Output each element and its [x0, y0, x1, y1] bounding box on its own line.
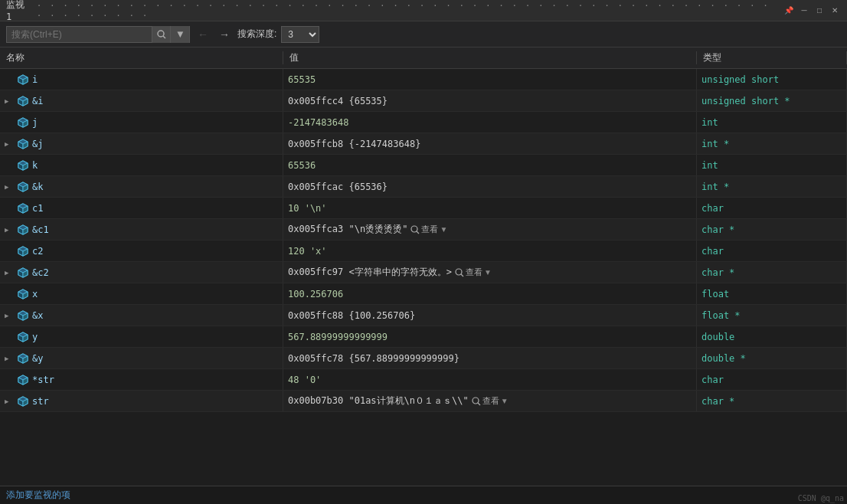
table-row: ▶ &x0x005ffc88 {100.256706}float *	[0, 305, 847, 326]
back-button[interactable]: ←	[195, 27, 211, 42]
cell-value: 0x005ffcc4 {65535}	[283, 90, 697, 111]
variable-name: x	[32, 289, 38, 299]
table-row: k65536int	[0, 155, 847, 176]
cell-value: 0x00b07b30 "01as计算机\n０１ａｓ\\"查看 ▼	[283, 391, 697, 411]
col-name: 名称	[0, 51, 283, 64]
variable-value: 0x005ffcc4 {65535}	[288, 96, 388, 106]
cell-value: 120 'x'	[283, 241, 697, 261]
forward-button[interactable]: →	[216, 27, 233, 42]
variable-icon	[17, 95, 29, 107]
variable-value: 0x005ffc97 <字符串中的字符无效。>	[288, 266, 452, 279]
cell-type: char	[697, 241, 847, 261]
variable-icon	[17, 74, 29, 86]
minimize-button[interactable]: ─	[798, 5, 810, 17]
pin-button[interactable]: 📌	[783, 5, 795, 17]
cell-value: 0x005ffca3 "\n烫烫烫烫"查看 ▼	[283, 219, 697, 240]
variable-name: &x	[32, 310, 43, 321]
title-bar-controls: 📌 ─ □ ✕	[783, 5, 841, 17]
cell-name: ▶ str	[0, 391, 283, 411]
expand-arrow[interactable]: ▶	[5, 97, 14, 105]
cell-name: *str	[0, 369, 283, 390]
cell-value: 100.256706	[283, 283, 697, 304]
variable-icon	[17, 138, 29, 150]
variable-type: int	[701, 117, 718, 128]
variable-type: int *	[701, 182, 729, 192]
watermark: CSDN @q_na	[795, 493, 847, 504]
col-type: 类型	[697, 51, 847, 64]
close-button[interactable]: ✕	[829, 5, 841, 17]
expand-arrow[interactable]: ▶	[5, 355, 14, 362]
variable-icon	[17, 267, 29, 279]
variable-name: c1	[32, 203, 43, 214]
table-row: ▶ &i0x005ffcc4 {65535}unsigned short *	[0, 90, 847, 112]
expand-arrow[interactable]: ▶	[5, 140, 14, 148]
variable-icon	[17, 159, 29, 172]
table-row: *str48 '0'char	[0, 369, 847, 391]
variable-type: float *	[701, 310, 741, 321]
svg-point-34	[411, 226, 417, 232]
table-row: c2120 'x'char	[0, 241, 847, 262]
cell-name: c2	[0, 241, 283, 261]
depth-select[interactable]: 3 1 2 4 5	[281, 26, 319, 43]
add-watch-bar[interactable]: 添加要监视的项	[0, 486, 847, 504]
table-row: ▶ &y0x005ffc78 {567.88999999999999}doubl…	[0, 348, 847, 369]
search-icon-button[interactable]	[152, 26, 171, 43]
expand-arrow[interactable]: ▶	[5, 183, 14, 191]
expand-arrow[interactable]: ▶	[5, 398, 14, 405]
cell-value: 0x005ffcac {65536}	[283, 176, 697, 197]
table-header: 名称 值 类型	[0, 47, 847, 69]
table-body: i65535unsigned short▶ &i0x005ffcc4 {6553…	[0, 69, 847, 486]
depth-label: 搜索深度:	[237, 28, 276, 41]
variable-name: &y	[32, 353, 43, 364]
search-dropdown-button[interactable]: ▼	[170, 26, 189, 43]
svg-line-1	[163, 36, 165, 38]
variable-name: &j	[32, 139, 43, 149]
cell-name: k	[0, 155, 283, 175]
cell-type: double	[697, 326, 847, 347]
cell-name: ▶ &i	[0, 90, 283, 111]
table-row: ▶ &j0x005ffcb8 {-2147483648}int *	[0, 133, 847, 155]
expand-arrow[interactable]: ▶	[5, 312, 14, 319]
variable-type: char *	[701, 396, 734, 407]
maximize-button[interactable]: □	[813, 5, 826, 17]
cell-name: j	[0, 112, 283, 133]
table-row: ▶ &c10x005ffca3 "\n烫烫烫烫"查看 ▼char *	[0, 219, 847, 241]
variable-value: 0x005ffc88 {100.256706}	[288, 310, 415, 321]
cell-type: int *	[697, 176, 847, 197]
cell-value: 567.88999999999999	[283, 326, 697, 347]
variable-type: char	[701, 203, 724, 214]
variable-value: 0x005ffcb8 {-2147483648}	[288, 139, 420, 149]
variable-name: str	[32, 396, 49, 407]
magnifier-button[interactable]: 查看 ▼	[472, 395, 509, 407]
table-row: ▶ str0x00b07b30 "01as计算机\n０１ａｓ\\"查看 ▼cha…	[0, 391, 847, 412]
variable-icon	[17, 288, 29, 300]
magnifier-button[interactable]: 查看 ▼	[455, 267, 492, 278]
variable-type: float	[701, 289, 729, 299]
variable-value: 567.88999999999999	[288, 332, 388, 342]
variable-type: char *	[701, 224, 734, 235]
expand-arrow[interactable]: ▶	[5, 226, 14, 234]
variable-value: 48 '0'	[288, 375, 321, 385]
cell-type: int	[697, 112, 847, 133]
variable-value: 65536	[288, 160, 316, 171]
svg-point-70	[473, 398, 479, 404]
variable-value: 0x005ffca3 "\n烫烫烫烫"	[288, 223, 407, 236]
magnifier-button[interactable]: 查看 ▼	[410, 224, 447, 235]
cell-name: ▶ &k	[0, 176, 283, 197]
cell-value: 0x005ffc88 {100.256706}	[283, 305, 697, 326]
search-box[interactable]: ▼	[6, 26, 190, 43]
search-input[interactable]	[7, 29, 152, 40]
title-bar-dots: · · · · · · · · · · · · · · · · · · · · …	[37, 1, 783, 21]
cell-name: y	[0, 326, 283, 347]
variable-type: double *	[701, 353, 746, 364]
table-row: ▶ &c20x005ffc97 <字符串中的字符无效。>查看 ▼char *	[0, 262, 847, 283]
svg-line-35	[417, 231, 419, 234]
expand-arrow[interactable]: ▶	[5, 269, 14, 277]
variable-value: -2147483648	[288, 117, 348, 128]
cell-type: char	[697, 369, 847, 390]
title-bar-left: 监视 1 · · · · · · · · · · · · · · · · · ·…	[6, 0, 783, 22]
variable-type: unsigned short	[701, 74, 779, 85]
add-watch-label: 添加要监视的项	[6, 489, 70, 502]
variable-value: 120 'x'	[288, 246, 327, 257]
cell-name: x	[0, 283, 283, 304]
